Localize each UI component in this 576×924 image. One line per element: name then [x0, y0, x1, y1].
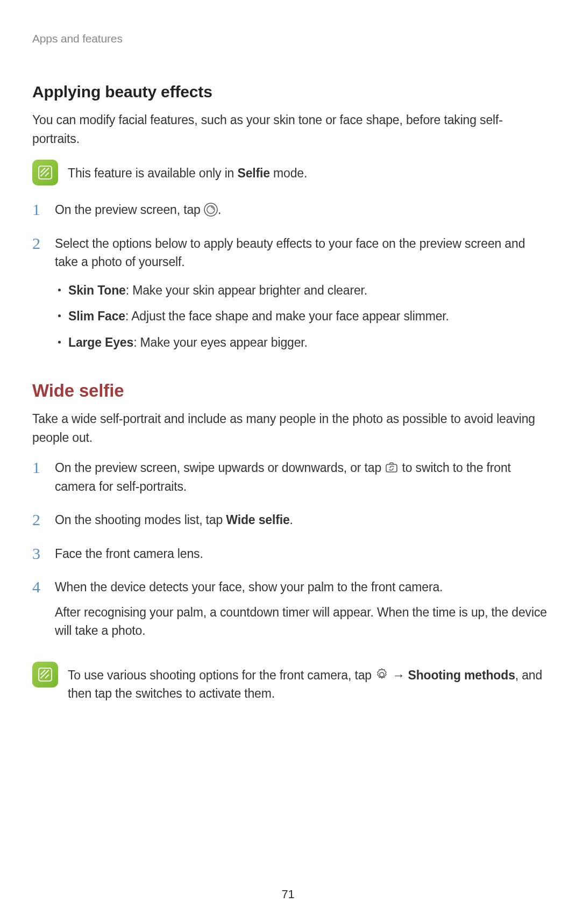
- step-item-4: 4 When the device detects your face, sho…: [32, 578, 549, 647]
- svg-line-3: [45, 173, 49, 176]
- bullet-item: Slim Face: Adjust the face shape and mak…: [55, 307, 549, 326]
- bullet-item: Large Eyes: Make your eyes appear bigger…: [55, 333, 549, 352]
- step-text: Select the options below to apply beauty…: [55, 234, 549, 271]
- beauty-effects-icon: [204, 203, 218, 217]
- step-item-2: 2 On the shooting modes list, tap Wide s…: [32, 511, 549, 529]
- step-number: 2: [32, 511, 46, 529]
- bullet-bold: Slim Face: [68, 309, 125, 323]
- note-block-shooting: To use various shooting options for the …: [32, 662, 549, 703]
- step-number: 2: [32, 234, 46, 253]
- bullet-marker: [58, 341, 61, 343]
- step-number: 4: [32, 578, 46, 597]
- step-text-bold: Wide selfie: [226, 513, 289, 527]
- bullet-rest: : Make your skin appear brighter and cle…: [126, 283, 367, 297]
- bullet-rest: : Adjust the face shape and make your fa…: [125, 309, 449, 323]
- bullet-bold: Large Eyes: [68, 335, 133, 349]
- note-text-bold: Selfie: [237, 166, 269, 180]
- note-text: To use various shooting options for the …: [68, 662, 549, 703]
- step-item-1: 1 On the preview screen, swipe upwards o…: [32, 459, 549, 496]
- note-text-bold: Shooting methods: [408, 668, 515, 682]
- step-content: On the preview screen, tap .: [55, 200, 549, 219]
- step-list-1: 1 On the preview screen, tap . 2 Select …: [32, 200, 549, 359]
- note-block-selfie: This feature is available only in Selfie…: [32, 160, 549, 185]
- step-item-2: 2 Select the options below to apply beau…: [32, 234, 549, 360]
- note-text-post: mode.: [270, 166, 307, 180]
- svg-line-10: [45, 675, 49, 678]
- note-text-pre: This feature is available only in: [68, 166, 237, 180]
- section-title-beauty: Applying beauty effects: [32, 83, 549, 101]
- step-content: On the preview screen, swipe upwards or …: [55, 459, 549, 496]
- svg-line-1: [41, 168, 49, 176]
- step-number: 3: [32, 545, 46, 563]
- step-list-2: 1 On the preview screen, swipe upwards o…: [32, 459, 549, 647]
- section-title-wide-selfie: Wide selfie: [32, 381, 549, 401]
- step-number: 1: [32, 200, 46, 219]
- bullet-marker: [58, 289, 61, 291]
- switch-camera-icon: [385, 461, 399, 475]
- bullet-bold: Skin Tone: [68, 283, 126, 297]
- step-number: 1: [32, 459, 46, 477]
- step-text-post: .: [290, 513, 293, 527]
- step-item-1: 1 On the preview screen, tap .: [32, 200, 549, 219]
- page-header: Apps and features: [32, 32, 549, 45]
- bullet-list: Skin Tone: Make your skin appear brighte…: [55, 281, 549, 352]
- note-icon: [32, 160, 58, 185]
- bullet-item: Skin Tone: Make your skin appear brighte…: [55, 281, 549, 300]
- step-text-pre: On the preview screen, swipe upwards or …: [55, 461, 385, 475]
- step-text-b: After recognising your palm, a countdown…: [55, 603, 549, 640]
- settings-icon: [375, 668, 389, 682]
- note-text: This feature is available only in Selfie…: [68, 160, 307, 183]
- step-content: Face the front camera lens.: [55, 545, 549, 563]
- step-item-3: 3 Face the front camera lens.: [32, 545, 549, 563]
- step-content: When the device detects your face, show …: [55, 578, 549, 647]
- note-text-pre: To use various shooting options for the …: [68, 668, 375, 682]
- section1-intro: You can modify facial features, such as …: [32, 111, 549, 148]
- section2-intro: Take a wide self-portrait and include as…: [32, 410, 549, 447]
- bullet-content: Large Eyes: Make your eyes appear bigger…: [68, 333, 308, 352]
- bullet-rest: : Make your eyes appear bigger.: [133, 335, 308, 349]
- step-text-pre: On the preview screen, tap: [55, 203, 204, 217]
- svg-point-4: [204, 203, 217, 216]
- step-text-pre: On the shooting modes list, tap: [55, 513, 226, 527]
- svg-line-8: [41, 670, 49, 678]
- bullet-content: Skin Tone: Make your skin appear brighte…: [68, 281, 367, 300]
- note-icon: [32, 662, 58, 687]
- svg-point-11: [380, 672, 384, 677]
- step-content: Select the options below to apply beauty…: [55, 234, 549, 360]
- step-content: On the shooting modes list, tap Wide sel…: [55, 511, 549, 529]
- bullet-content: Slim Face: Adjust the face shape and mak…: [68, 307, 449, 326]
- bullet-marker: [58, 314, 61, 317]
- step-text-a: When the device detects your face, show …: [55, 578, 549, 597]
- step-text-post: .: [218, 203, 221, 217]
- arrow: →: [389, 668, 408, 682]
- page-number: 71: [281, 887, 294, 901]
- svg-rect-6: [386, 464, 397, 472]
